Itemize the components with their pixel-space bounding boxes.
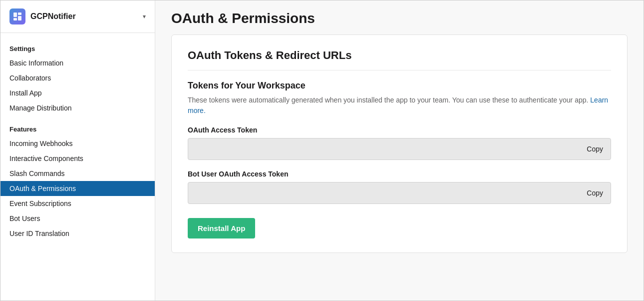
sidebar-item-event-subscriptions[interactable]: Event Subscriptions — [0, 196, 155, 211]
page-title: OAuth & Permissions — [171, 10, 628, 26]
settings-section-label: Settings — [0, 41, 155, 56]
page-header: OAuth & Permissions — [155, 0, 644, 34]
features-section-label: Features — [0, 122, 155, 136]
card-title: OAuth Tokens & Redirect URLs — [188, 49, 611, 70]
dropdown-arrow-icon: ▾ — [143, 13, 146, 20]
sidebar-item-manage-distribution[interactable]: Manage Distribution — [0, 100, 155, 116]
sidebar-item-install-app[interactable]: Install App — [0, 86, 155, 100]
sidebar-item-oauth-permissions[interactable]: OAuth & Permissions — [0, 181, 155, 196]
bot-token-copy-button[interactable]: Copy — [583, 187, 607, 199]
sidebar-item-incoming-webhooks[interactable]: Incoming Webhooks — [0, 136, 155, 151]
sidebar-item-slash-commands[interactable]: Slash Commands — [0, 166, 155, 181]
oauth-card: OAuth Tokens & Redirect URLs Tokens for … — [171, 34, 628, 253]
sidebar: GCPNotifier ▾ Settings Basic Information… — [0, 0, 155, 300]
content-area: OAuth Tokens & Redirect URLs Tokens for … — [155, 34, 644, 269]
section-description: These tokens were automatically generate… — [188, 95, 611, 116]
bot-token-field-wrapper: Copy — [188, 182, 611, 204]
app-icon — [9, 8, 25, 24]
app-selector[interactable]: GCPNotifier ▾ — [0, 0, 155, 33]
oauth-token-label: OAuth Access Token — [188, 126, 611, 134]
sidebar-item-bot-users[interactable]: Bot Users — [0, 211, 155, 226]
sidebar-item-basic-information[interactable]: Basic Information — [0, 56, 155, 70]
app-name: GCPNotifier — [30, 12, 138, 21]
svg-rect-0 — [13, 12, 17, 17]
oauth-token-input[interactable] — [188, 138, 611, 160]
oauth-token-copy-button[interactable]: Copy — [583, 143, 607, 155]
sidebar-item-collaborators[interactable]: Collaborators — [0, 70, 155, 86]
svg-rect-2 — [13, 18, 17, 20]
oauth-token-field-wrapper: Copy — [188, 138, 611, 160]
sidebar-navigation: Settings Basic Information Collaborators… — [0, 33, 155, 249]
svg-rect-3 — [18, 16, 21, 20]
section-title: Tokens for Your Workspace — [188, 80, 611, 91]
bot-token-label: Bot User OAuth Access Token — [188, 170, 611, 178]
bot-token-input[interactable] — [188, 182, 611, 204]
sidebar-item-interactive-components[interactable]: Interactive Components — [0, 151, 155, 166]
main-content: OAuth & Permissions OAuth Tokens & Redir… — [155, 0, 644, 300]
reinstall-app-button[interactable]: Reinstall App — [188, 218, 255, 238]
svg-rect-1 — [18, 12, 21, 15]
sidebar-item-user-id-translation[interactable]: User ID Translation — [0, 226, 155, 241]
